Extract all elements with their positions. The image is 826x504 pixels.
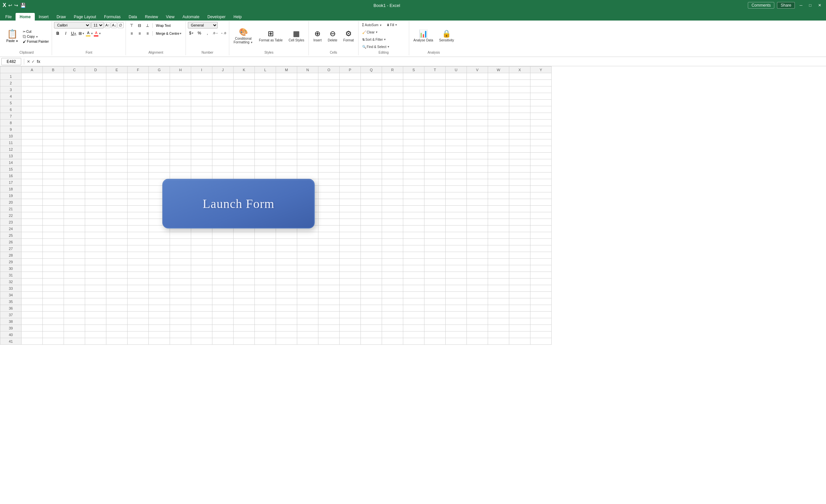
- cell[interactable]: [276, 106, 297, 113]
- cell[interactable]: [340, 232, 361, 239]
- cell[interactable]: [21, 179, 43, 186]
- cell[interactable]: [340, 146, 361, 153]
- tab-home[interactable]: Home: [15, 13, 35, 20]
- cell[interactable]: [21, 93, 43, 100]
- cell[interactable]: [530, 331, 552, 338]
- cell[interactable]: [213, 292, 234, 298]
- row-header-32[interactable]: 32: [0, 278, 21, 285]
- delete-button[interactable]: ⊖ Delete: [326, 28, 340, 44]
- cell[interactable]: [170, 259, 191, 265]
- cell[interactable]: [488, 113, 509, 120]
- cell[interactable]: [213, 312, 234, 318]
- cell[interactable]: [191, 166, 213, 173]
- cell[interactable]: [340, 179, 361, 186]
- cell[interactable]: [85, 219, 106, 226]
- cell[interactable]: [530, 219, 552, 226]
- cell[interactable]: [361, 278, 382, 285]
- cell[interactable]: [530, 100, 552, 106]
- cell[interactable]: [509, 93, 530, 100]
- cell[interactable]: [149, 298, 170, 305]
- cell[interactable]: [467, 212, 488, 219]
- cell[interactable]: [403, 285, 424, 292]
- currency-button[interactable]: $▼: [188, 29, 195, 37]
- cell[interactable]: [446, 179, 467, 186]
- cell[interactable]: [467, 80, 488, 86]
- cell[interactable]: [21, 232, 43, 239]
- cell[interactable]: [340, 285, 361, 292]
- cell[interactable]: [318, 86, 340, 93]
- tab-developer[interactable]: Developer: [203, 13, 230, 20]
- tab-page-layout[interactable]: Page Layout: [70, 13, 100, 20]
- cell[interactable]: [85, 212, 106, 219]
- cell[interactable]: [403, 173, 424, 179]
- cell[interactable]: [21, 239, 43, 245]
- cell[interactable]: [43, 305, 64, 312]
- cell[interactable]: [191, 278, 213, 285]
- col-T[interactable]: T: [424, 67, 446, 73]
- cell[interactable]: [509, 206, 530, 212]
- cell[interactable]: [149, 173, 170, 179]
- cell[interactable]: [488, 159, 509, 166]
- cell[interactable]: [382, 139, 403, 146]
- cell[interactable]: [424, 252, 446, 259]
- cell[interactable]: [255, 259, 276, 265]
- cell[interactable]: [424, 199, 446, 206]
- cell[interactable]: [467, 325, 488, 331]
- row-header-40[interactable]: 40: [0, 331, 21, 338]
- cell[interactable]: [467, 292, 488, 298]
- cell[interactable]: [488, 272, 509, 278]
- cell[interactable]: [382, 199, 403, 206]
- cell[interactable]: [361, 338, 382, 345]
- cell[interactable]: [424, 325, 446, 331]
- cell[interactable]: [340, 338, 361, 345]
- cell[interactable]: [85, 166, 106, 173]
- cell[interactable]: [382, 212, 403, 219]
- tab-help[interactable]: Help: [230, 13, 246, 20]
- cell[interactable]: [361, 86, 382, 93]
- cell[interactable]: [276, 292, 297, 298]
- cell[interactable]: [128, 120, 149, 126]
- cell[interactable]: [361, 272, 382, 278]
- cell[interactable]: [530, 106, 552, 113]
- cell[interactable]: [64, 245, 85, 252]
- cell[interactable]: [276, 120, 297, 126]
- row-header-34[interactable]: 34: [0, 292, 21, 298]
- font-size-select[interactable]: 11: [91, 22, 104, 28]
- cell[interactable]: [128, 219, 149, 226]
- cell[interactable]: [403, 312, 424, 318]
- cell[interactable]: [276, 86, 297, 93]
- cell[interactable]: [297, 285, 318, 292]
- cell[interactable]: [340, 133, 361, 139]
- cell[interactable]: [382, 259, 403, 265]
- cell[interactable]: [530, 173, 552, 179]
- cell[interactable]: [424, 93, 446, 100]
- format-button[interactable]: ⚙ Format: [341, 28, 356, 44]
- cell[interactable]: [128, 298, 149, 305]
- cell[interactable]: [361, 245, 382, 252]
- underline-button[interactable]: U ▼: [70, 30, 77, 37]
- cell[interactable]: [509, 192, 530, 199]
- cell[interactable]: [170, 113, 191, 120]
- cell[interactable]: [467, 133, 488, 139]
- cell[interactable]: [424, 232, 446, 239]
- cell[interactable]: [64, 173, 85, 179]
- cell[interactable]: [446, 173, 467, 179]
- cell[interactable]: [318, 226, 340, 232]
- cell[interactable]: [297, 305, 318, 312]
- cell[interactable]: [318, 259, 340, 265]
- cell[interactable]: [106, 206, 128, 212]
- cell[interactable]: [530, 285, 552, 292]
- cell[interactable]: [21, 106, 43, 113]
- cell[interactable]: [509, 153, 530, 159]
- cell[interactable]: [170, 100, 191, 106]
- row-header-21[interactable]: 21: [0, 206, 21, 212]
- cell[interactable]: [276, 298, 297, 305]
- cell[interactable]: [213, 159, 234, 166]
- row-header-20[interactable]: 20: [0, 199, 21, 206]
- cell[interactable]: [509, 86, 530, 93]
- col-M[interactable]: M: [276, 67, 297, 73]
- cell[interactable]: [424, 100, 446, 106]
- cell[interactable]: [64, 93, 85, 100]
- cell[interactable]: [170, 285, 191, 292]
- cell[interactable]: [43, 325, 64, 331]
